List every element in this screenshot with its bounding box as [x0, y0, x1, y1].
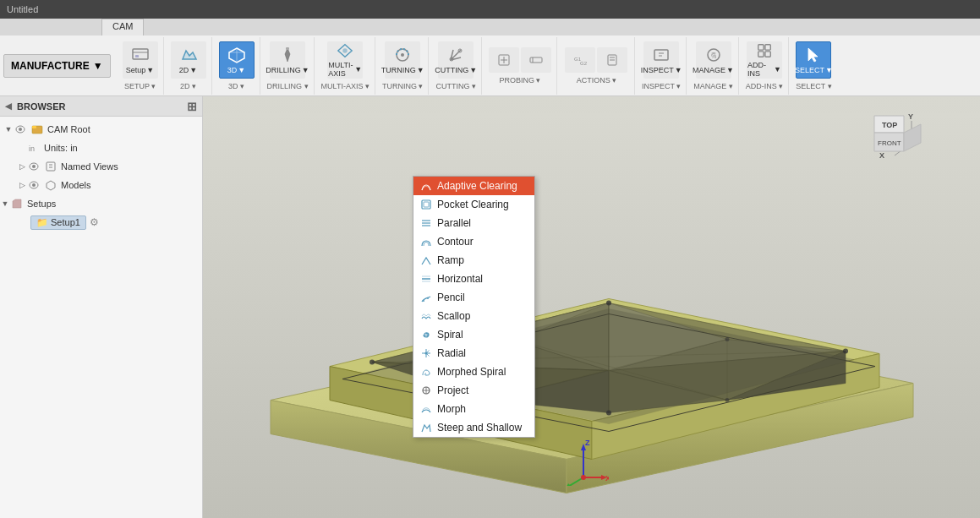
- menu-item-steep-shallow[interactable]: Steep and Shallow: [413, 418, 534, 437]
- menu-item-pocket-clearing[interactable]: Pocket Clearing: [413, 195, 534, 214]
- scallop-icon: [420, 310, 432, 322]
- inspect-button[interactable]: INSPECT ▼: [643, 41, 679, 79]
- cam-root-visibility-eye[interactable]: [14, 123, 27, 136]
- browser-expand-icon[interactable]: ⊞: [187, 100, 197, 113]
- inspect-group-label: INSPECT ▾: [642, 82, 681, 90]
- viewport[interactable]: Z X Y Y X: [203, 96, 980, 518]
- cam-root-icon: [30, 123, 44, 136]
- menu-item-morphed-spiral[interactable]: Morphed Spiral: [413, 363, 534, 381]
- 2d-button[interactable]: 2D ▼: [171, 41, 206, 79]
- view-cube[interactable]: Y X TOP FRONT: [857, 109, 925, 168]
- drilling-group-label: DRILLING ▾: [267, 82, 309, 90]
- setup-dropdown-arrow: ▼: [146, 66, 154, 74]
- actions-btn1[interactable]: G1 G2: [565, 47, 595, 73]
- axis-indicator: Z X Y: [558, 435, 609, 488]
- turning-button[interactable]: TURNING ▼: [385, 41, 420, 79]
- menu-item-project[interactable]: Project: [413, 381, 534, 400]
- setups-expand[interactable]: ▼: [0, 199, 10, 208]
- menu-item-parallel[interactable]: Parallel: [413, 214, 534, 232]
- toolbar-group-manage: % MANAGE ▼ MANAGE ▾: [688, 37, 739, 95]
- svg-rect-27: [765, 51, 770, 56]
- drilling-icon: [278, 46, 297, 64]
- cutting-button[interactable]: CUTTING ▼: [438, 41, 474, 79]
- tree-item-cam-root[interactable]: ▼ CAM Root: [0, 120, 202, 139]
- menu-item-horizontal[interactable]: Horizontal: [413, 270, 534, 288]
- manufacture-arrow: ▼: [93, 60, 103, 72]
- horizontal-label: Horizontal: [437, 273, 483, 285]
- drilling-button[interactable]: DRILLING ▼: [270, 41, 305, 79]
- menu-item-adaptive-clearing[interactable]: Adaptive Clearing: [413, 177, 534, 195]
- project-icon: [420, 384, 432, 396]
- inspect-icon: [652, 46, 671, 64]
- svg-rect-0: [133, 49, 148, 59]
- manage-button[interactable]: % MANAGE ▼: [696, 41, 731, 79]
- cutting-icon: [446, 46, 465, 64]
- multiaxis-button[interactable]: MULTI-AXIS ▼: [327, 41, 363, 79]
- models-label: Models: [61, 180, 90, 190]
- probing-btn2[interactable]: [521, 47, 551, 73]
- svg-point-76: [725, 398, 730, 402]
- menu-item-radial[interactable]: Radial: [413, 344, 534, 363]
- toolbar-group-addins: ADD-INS ▼ ADD-INS ▾: [741, 37, 790, 95]
- addins-button[interactable]: ADD-INS ▼: [747, 41, 782, 79]
- menu-item-scallop[interactable]: Scallop: [413, 307, 534, 325]
- svg-rect-12: [530, 57, 542, 63]
- probing-btn1[interactable]: [489, 47, 519, 73]
- addins-label: ADD-INS: [747, 61, 773, 78]
- tree-item-models[interactable]: ▷ Models: [0, 176, 202, 194]
- pocket-clearing-label: Pocket Clearing: [437, 199, 509, 210]
- manage-arrow: ▼: [726, 66, 734, 74]
- svg-rect-24: [758, 44, 764, 49]
- turning-label: TURNING: [381, 66, 416, 74]
- menu-item-pencil[interactable]: Pencil: [413, 288, 534, 307]
- multiaxis-icon: [336, 42, 354, 59]
- svg-point-6: [401, 53, 404, 57]
- cutting-group-label: CUTTING ▾: [435, 82, 476, 90]
- pencil-label: Pencil: [437, 292, 465, 303]
- named-views-visibility-eye[interactable]: [27, 160, 41, 173]
- browser-collapse-button[interactable]: ◀: [5, 101, 12, 111]
- named-views-expand[interactable]: ▷: [17, 162, 27, 171]
- svg-point-74: [725, 337, 730, 341]
- setup-button[interactable]: Setup ▼: [123, 41, 158, 79]
- menu-item-morph[interactable]: Morph: [413, 400, 534, 418]
- cam-tab-button[interactable]: CAM: [101, 19, 144, 35]
- 3d-label: 3D: [227, 66, 238, 74]
- models-expand[interactable]: ▷: [17, 181, 27, 189]
- svg-rect-94: [422, 200, 430, 209]
- tree-item-named-views[interactable]: ▷ Named Views: [0, 157, 202, 176]
- svg-text:in: in: [29, 144, 35, 153]
- actions-btn2[interactable]: [597, 47, 627, 73]
- probing-group-label: PROBING ▾: [499, 76, 540, 85]
- svg-rect-26: [758, 51, 764, 56]
- tree-item-units[interactable]: ▷ in Units: in: [0, 139, 202, 157]
- radial-icon: [420, 347, 432, 359]
- svg-rect-2: [135, 55, 139, 57]
- menu-item-spiral[interactable]: Spiral: [413, 325, 534, 344]
- svg-point-72: [606, 411, 611, 416]
- svg-point-39: [32, 183, 36, 187]
- 2d-icon: [179, 46, 198, 64]
- setup1-folder[interactable]: 📁 Setup1: [30, 215, 86, 230]
- toolbar-group-setup: Setup ▼ SETUP ▾: [118, 37, 164, 95]
- turning-icon: [393, 46, 412, 64]
- models-visibility-eye[interactable]: [27, 178, 41, 192]
- turning-group-label: TURNING ▾: [382, 82, 424, 90]
- select-icon: [804, 46, 823, 64]
- view-x-axis-label: X: [879, 151, 884, 160]
- 3d-button[interactable]: 3D ▼: [219, 41, 255, 79]
- select-button[interactable]: SELECT ▼: [796, 41, 831, 79]
- tree-item-setups[interactable]: ▼ Setups: [0, 194, 202, 213]
- setup-label: Setup: [126, 66, 146, 74]
- setup1-settings-icon[interactable]: ⚙: [90, 216, 99, 228]
- toolbar-group-drilling: DRILLING ▼ DRILLING ▾: [262, 37, 315, 95]
- cam-root-expand[interactable]: ▼: [3, 125, 14, 134]
- menu-item-contour[interactable]: Contour: [413, 232, 534, 251]
- menu-item-ramp[interactable]: Ramp: [413, 251, 534, 270]
- manufacture-button[interactable]: MANUFACTURE ▼: [3, 54, 111, 78]
- drilling-arrow: ▼: [302, 66, 309, 74]
- morph-label: Morph: [437, 403, 466, 415]
- named-views-label: Named Views: [61, 161, 118, 172]
- addins-arrow: ▼: [774, 65, 781, 74]
- tree-item-setup1[interactable]: ▷ 📁 Setup1 ⚙: [0, 213, 202, 232]
